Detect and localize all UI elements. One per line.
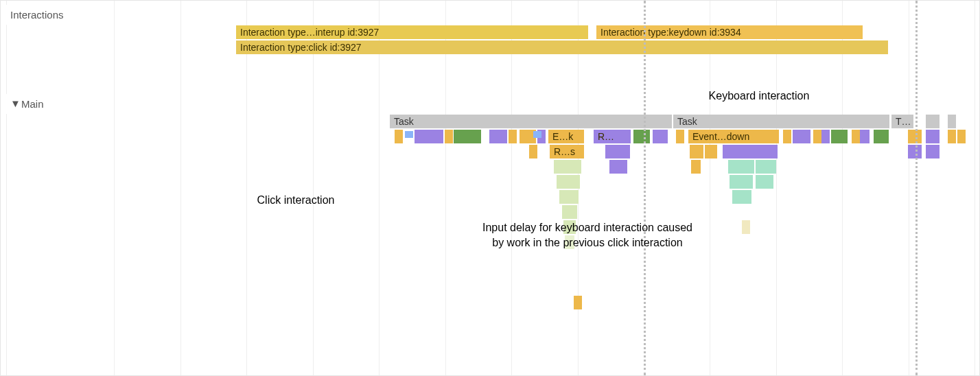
flame-block[interactable]	[831, 130, 848, 143]
flame-block[interactable]	[559, 190, 579, 204]
grid-line	[975, 1, 975, 375]
flame-block[interactable]	[948, 115, 956, 128]
flame-block[interactable]	[852, 130, 860, 143]
track-label-main[interactable]: ▼Main	[1, 94, 110, 114]
flame-block[interactable]	[605, 145, 630, 158]
interaction-event-pointerup[interactable]: Interaction type…interup id:3927	[236, 25, 588, 39]
flame-block[interactable]	[565, 235, 574, 249]
flame-block[interactable]	[874, 130, 889, 143]
flame-r-s[interactable]: R…s	[550, 145, 584, 158]
flame-block[interactable]	[454, 130, 481, 143]
flame-block[interactable]	[728, 160, 754, 174]
flame-block[interactable]	[509, 130, 517, 143]
flame-block[interactable]	[520, 130, 528, 143]
flame-block[interactable]	[563, 220, 576, 234]
grid-line	[842, 1, 843, 375]
flame-block[interactable]	[415, 130, 443, 143]
interaction-event-click[interactable]: Interaction type:click id:3927	[236, 40, 888, 54]
flame-block[interactable]	[908, 145, 922, 158]
flame-block[interactable]	[813, 130, 821, 143]
flame-block[interactable]	[445, 130, 453, 143]
grid-line	[776, 1, 777, 375]
flame-block[interactable]	[676, 130, 684, 143]
annotation-keyboard: Keyboard interaction	[673, 89, 845, 104]
grid-line	[313, 1, 314, 375]
flame-block[interactable]	[732, 190, 751, 204]
grid-line	[909, 1, 909, 375]
time-marker-dotted	[915, 1, 918, 375]
flame-t-[interactable]: T…	[891, 115, 913, 128]
flame-block[interactable]	[926, 145, 940, 158]
track-label-interactions: Interactions	[1, 5, 110, 25]
grid-line	[6, 1, 7, 375]
time-marker-dotted	[644, 1, 646, 375]
grid-line	[445, 1, 446, 375]
flame-block[interactable]	[926, 115, 940, 128]
grid-line	[710, 1, 710, 375]
flame-block[interactable]	[908, 130, 922, 143]
grid-line	[180, 1, 181, 375]
flame-block[interactable]	[562, 205, 577, 219]
annotation-click: Click interaction	[213, 193, 378, 208]
flame-block[interactable]	[957, 130, 966, 143]
flame-block[interactable]	[529, 145, 537, 158]
flame-block[interactable]	[633, 130, 650, 143]
flame-task[interactable]: Task	[390, 115, 672, 128]
flame-block[interactable]	[653, 130, 668, 143]
flame-block[interactable]	[821, 130, 830, 143]
performance-flamechart[interactable]: Interactions ▼Main Interaction type…inte…	[0, 0, 980, 376]
annotation-input-delay: Input delay for keyboard interaction cau…	[481, 220, 694, 250]
flame-event-down[interactable]: Event…down	[688, 130, 779, 143]
flame-block[interactable]	[730, 175, 753, 189]
chevron-down-icon: ▼	[10, 97, 17, 109]
flame-block[interactable]	[756, 160, 776, 174]
flame-block[interactable]	[557, 175, 580, 189]
flame-block[interactable]	[756, 175, 773, 189]
flame-block[interactable]	[395, 130, 403, 143]
grid-line	[379, 1, 380, 375]
flame-block[interactable]	[691, 160, 701, 174]
flame-block[interactable]	[554, 160, 581, 174]
flame-e-k[interactable]: E…k	[548, 130, 584, 143]
flame-block[interactable]	[742, 220, 750, 234]
flame-block[interactable]	[574, 296, 582, 309]
flame-task[interactable]: Task	[673, 115, 889, 128]
flame-block[interactable]	[489, 130, 507, 143]
grid-line	[114, 1, 115, 375]
flame-block[interactable]	[705, 145, 717, 158]
flame-block[interactable]	[793, 130, 810, 143]
flame-marker	[405, 131, 413, 138]
flame-block[interactable]	[948, 130, 956, 143]
flame-block[interactable]	[860, 130, 870, 143]
grid-line	[511, 1, 512, 375]
interaction-event-keydown[interactable]: Interaction type:keydown id:3934	[596, 25, 863, 39]
flame-block[interactable]	[690, 145, 703, 158]
flame-block[interactable]	[783, 130, 791, 143]
flame-block[interactable]	[723, 145, 778, 158]
flame-marker	[533, 131, 541, 138]
grid-line	[246, 1, 247, 375]
flame-r-[interactable]: R…	[594, 130, 631, 143]
flame-block[interactable]	[609, 160, 627, 174]
flame-block[interactable]	[926, 130, 940, 143]
